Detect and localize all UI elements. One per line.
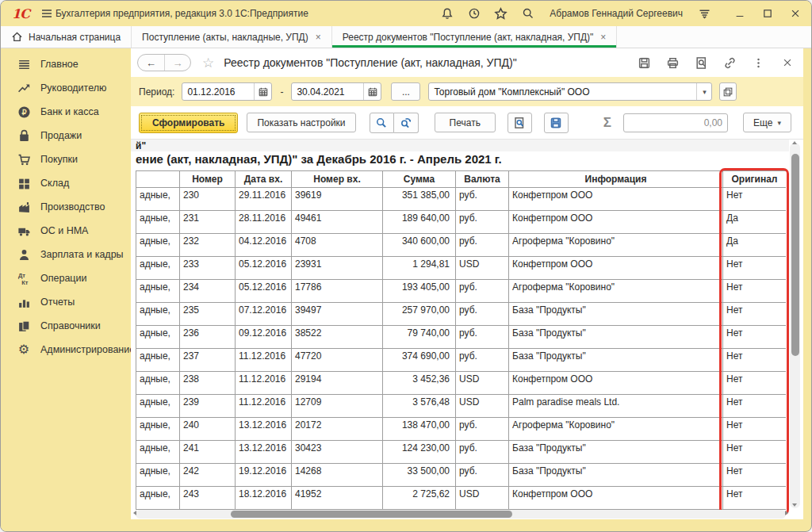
more-button[interactable]: Еще ▾ [743,113,791,132]
table-cell[interactable]: Нет [723,487,787,510]
table-cell[interactable]: адные, [136,257,180,280]
date-to-input[interactable]: 30.04.2021 [291,82,381,101]
table-cell[interactable]: адные, [136,211,180,234]
table-cell[interactable]: Нет [723,372,787,395]
table-cell[interactable]: 04.12.2016 [236,234,292,257]
show-all-icon[interactable] [719,82,737,101]
forward-button[interactable]: → [164,55,190,71]
table-cell[interactable]: 41952 [292,487,383,510]
table-cell[interactable]: 237 [180,349,236,372]
sum-input[interactable]: 0,00 [623,113,728,132]
table-cell[interactable]: 18.12.2016 [236,487,292,510]
save-icon[interactable] [638,56,651,70]
table-cell[interactable]: 231 [180,211,236,234]
table-cell[interactable]: USD [456,257,509,280]
column-header[interactable]: Дата вх. [236,171,292,188]
tab-home[interactable]: Начальная страница [1,26,132,48]
scroll-up-arrow[interactable] [792,141,797,144]
column-header[interactable]: Номер вх. [292,171,383,188]
sidebar-item-spravochniki[interactable]: Справочники [1,314,131,338]
scroll-right-arrow[interactable] [785,511,788,515]
tab-close-icon[interactable]: × [600,32,606,43]
maximize-button[interactable] [760,7,774,21]
table-cell[interactable]: руб. [456,326,509,349]
table-cell[interactable]: 234 [180,280,236,303]
sidebar-item-prodazhi[interactable]: Продажи [1,124,131,147]
table-cell[interactable]: Конфетпром ООО [509,211,723,234]
table-cell[interactable]: 38522 [292,326,383,349]
table-cell[interactable]: 29.11.2016 [236,188,292,211]
table-cell[interactable]: руб. [456,280,509,303]
sidebar-item-glavnoe[interactable]: Главное [1,52,131,76]
find-icon[interactable] [370,113,394,133]
table-cell[interactable]: 28.11.2016 [236,211,292,234]
table-cell[interactable]: 138 470,00 [383,418,456,441]
global-search-icon[interactable] [521,7,534,21]
table-cell[interactable]: 124 230,00 [383,441,456,464]
report-table[interactable]: НомерДата вх.Номер вх.СуммаВалютаИнформа… [136,170,786,510]
table-cell[interactable]: Palm paradise meals Ltd. [509,395,723,418]
table-cell[interactable]: 79 740,00 [383,326,456,349]
link-icon[interactable] [723,56,737,70]
table-row[interactable]: адные,24013.12.201620172138 470,00руб.Аг… [136,418,787,441]
table-cell[interactable]: адные, [136,441,180,464]
print-icon[interactable] [666,56,680,70]
column-header[interactable] [136,171,180,188]
table-row[interactable]: адные,23029.11.201639619351 385,00руб.Ко… [136,188,787,211]
table-cell[interactable]: 39497 [292,303,383,326]
table-cell[interactable]: руб. [456,188,509,211]
table-cell[interactable]: Конфетпром ООО [509,257,723,280]
table-cell[interactable]: Нет [723,464,787,487]
table-row[interactable]: адные,23811.12.2016291943 452,36USDКонфе… [136,372,787,395]
print-button[interactable]: Печать [435,113,496,132]
sidebar-item-operacii[interactable]: ДтКт Операции [1,266,131,290]
table-cell[interactable]: 47720 [292,349,383,372]
table-row[interactable]: адные,24113.12.201630423124 230,00руб.Ба… [136,441,787,464]
table-cell[interactable]: 230 [180,188,236,211]
table-cell[interactable]: 05.12.2016 [236,257,292,280]
table-cell[interactable]: руб. [456,234,509,257]
table-cell[interactable]: 11.12.2016 [236,372,292,395]
table-cell[interactable]: Конфетпром ООО [509,372,723,395]
table-cell[interactable]: 11.12.2016 [236,395,292,418]
main-menu-icon[interactable] [40,7,54,21]
sidebar-item-pokupki[interactable]: Покупки [1,147,131,171]
table-cell[interactable]: 233 [180,257,236,280]
column-header[interactable]: Номер [180,171,236,188]
table-row[interactable]: адные,23204.12.20164708340 600,00руб.Агр… [136,234,787,257]
sidebar-item-proizvodstvo[interactable]: Производство [1,195,131,219]
table-row[interactable]: адные,23711.12.201647720374 690,00руб.Ба… [136,349,787,372]
table-cell[interactable]: 17786 [292,280,383,303]
table-cell[interactable]: Агроферма "Коровино" [509,418,723,441]
sidebar-item-os-i-nma[interactable]: ОС и НМА [1,219,131,243]
table-cell[interactable]: 235 [180,303,236,326]
calendar-icon[interactable] [254,83,271,100]
column-header[interactable]: Сумма [383,171,456,188]
table-cell[interactable]: 30423 [292,441,383,464]
table-cell[interactable]: 14268 [292,464,383,487]
table-cell[interactable]: 3 452,36 [383,372,456,395]
table-cell[interactable]: 20172 [292,418,383,441]
show-settings-button[interactable]: Показать настройки [247,113,355,132]
table-cell[interactable]: USD [456,395,509,418]
table-row[interactable]: адные,23305.12.2016239311 294,81USDКонфе… [136,257,787,280]
organization-select[interactable]: Торговый дом "Комплексный" ООО ▾ [428,82,712,101]
preview-button[interactable] [508,113,532,133]
table-cell[interactable]: 239 [180,395,236,418]
column-header[interactable]: Валюта [456,171,509,188]
table-cell[interactable]: адные, [136,372,180,395]
generate-button[interactable]: Сформировать [139,113,238,133]
table-cell[interactable]: Конфетпром ООО [509,188,723,211]
table-cell[interactable]: База "Продукты" [509,303,723,326]
preview-icon[interactable] [695,56,708,70]
table-cell[interactable]: Да [723,234,787,257]
table-cell[interactable]: 240 [180,418,236,441]
horizontal-scrollbar[interactable] [136,510,786,519]
table-cell[interactable]: 4708 [292,234,383,257]
table-cell[interactable]: 49461 [292,211,383,234]
sidebar-item-sklad[interactable]: Склад [1,171,131,195]
table-row[interactable]: адные,23609.12.20163852279 740,00руб.Баз… [136,326,787,349]
dropdown-arrow-icon[interactable]: ▾ [696,83,711,100]
table-cell[interactable]: USD [456,487,509,510]
close-window-button[interactable] [788,7,802,21]
